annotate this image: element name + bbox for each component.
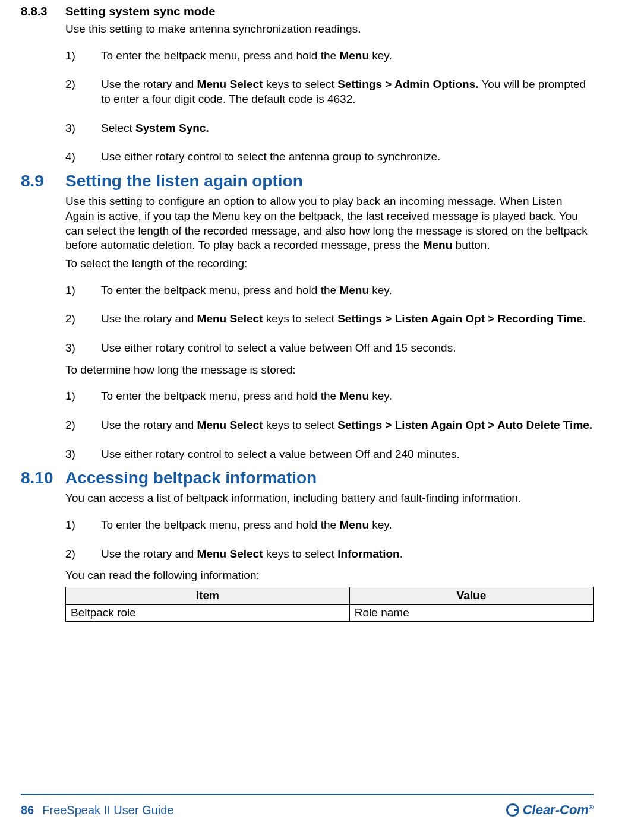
table-row: Beltpack role Role name (66, 605, 594, 622)
list-content: Use the rotary and Menu Select keys to s… (101, 77, 594, 106)
list-content: To enter the beltpack menu, press and ho… (101, 283, 594, 298)
list-item: 1) To enter the beltpack menu, press and… (65, 49, 594, 64)
steps-810: 1) To enter the beltpack menu, press and… (65, 518, 594, 561)
footer-left: 86 FreeSpeak II User Guide (21, 803, 173, 817)
list-content: To enter the beltpack menu, press and ho… (101, 518, 594, 533)
table-header-value: Value (349, 587, 593, 605)
list-content: Select System Sync. (101, 121, 594, 136)
list-item: 1) To enter the beltpack menu, press and… (65, 283, 594, 298)
list-content: Use either rotary control to select a va… (101, 447, 594, 462)
table-cell-item: Beltpack role (66, 605, 350, 622)
list-item: 3) Use either rotary control to select a… (65, 447, 594, 462)
table-cell-value: Role name (349, 605, 593, 622)
heading-title: Accessing beltpack information (65, 469, 317, 488)
list-item: 3) Use either rotary control to select a… (65, 341, 594, 356)
list-item: 1) To enter the beltpack menu, press and… (65, 389, 594, 404)
list-content: Use the rotary and Menu Select keys to s… (101, 418, 594, 433)
brand-name: Clear-Com® (523, 802, 594, 818)
page-number: 86 (21, 803, 34, 817)
heading-89: 8.9 Setting the listen again option (21, 172, 594, 191)
intro-883: Use this setting to make antenna synchro… (65, 22, 594, 37)
list-marker: 1) (65, 389, 101, 404)
list-content: Use either rotary control to select a va… (101, 341, 594, 356)
list-marker: 4) (65, 150, 101, 164)
heading-number: 8.8.3 (21, 5, 65, 18)
steps-883: 1) To enter the beltpack menu, press and… (65, 49, 594, 164)
list-marker: 3) (65, 341, 101, 356)
intro-89: Use this setting to configure an option … (65, 194, 594, 253)
list-marker: 1) (65, 49, 101, 64)
footer: 86 FreeSpeak II User Guide Clear-Com® (21, 802, 594, 818)
steps-89b: 1) To enter the beltpack menu, press and… (65, 389, 594, 461)
footer-divider (21, 794, 594, 795)
list-marker: 2) (65, 418, 101, 433)
list-content: Use the rotary and Menu Select keys to s… (101, 547, 594, 562)
sub2-89: To determine how long the message is sto… (65, 363, 594, 378)
list-content: To enter the beltpack menu, press and ho… (101, 49, 594, 64)
steps-89a: 1) To enter the beltpack menu, press and… (65, 283, 594, 356)
heading-number: 8.9 (21, 172, 65, 191)
list-content: To enter the beltpack menu, press and ho… (101, 389, 594, 404)
guide-name: FreeSpeak II User Guide (42, 803, 173, 817)
heading-number: 8.10 (21, 469, 65, 488)
heading-883: 8.8.3 Setting system sync mode (21, 5, 594, 18)
list-item: 4) Use either rotary control to select t… (65, 150, 594, 164)
brand-logo: Clear-Com® (506, 802, 594, 818)
list-item: 2) Use the rotary and Menu Select keys t… (65, 77, 594, 106)
outro-810: You can read the following information: (65, 568, 594, 583)
list-item: 2) Use the rotary and Menu Select keys t… (65, 312, 594, 327)
heading-title: Setting the listen again option (65, 172, 303, 191)
list-marker: 2) (65, 312, 101, 327)
list-marker: 2) (65, 77, 101, 106)
list-marker: 1) (65, 283, 101, 298)
clearcom-icon (506, 803, 519, 817)
heading-810: 8.10 Accessing beltpack information (21, 469, 594, 488)
heading-title: Setting system sync mode (65, 5, 215, 18)
list-marker: 1) (65, 518, 101, 533)
list-item: 2) Use the rotary and Menu Select keys t… (65, 418, 594, 433)
list-marker: 3) (65, 447, 101, 462)
list-content: Use either rotary control to select the … (101, 150, 594, 164)
list-item: 2) Use the rotary and Menu Select keys t… (65, 547, 594, 562)
intro-810: You can access a list of beltpack inform… (65, 491, 594, 506)
list-marker: 3) (65, 121, 101, 136)
list-item: 3) Select System Sync. (65, 121, 594, 136)
table-header-row: Item Value (66, 587, 594, 605)
list-item: 1) To enter the beltpack menu, press and… (65, 518, 594, 533)
sub1-89: To select the length of the recording: (65, 257, 594, 271)
list-content: Use the rotary and Menu Select keys to s… (101, 312, 594, 327)
table-header-item: Item (66, 587, 350, 605)
info-table: Item Value Beltpack role Role name (65, 587, 594, 622)
list-marker: 2) (65, 547, 101, 562)
